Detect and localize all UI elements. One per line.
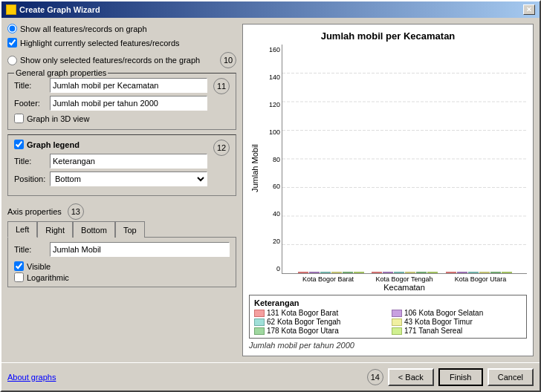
axis-title-row: Title: bbox=[14, 242, 230, 257]
chart-footer: Jumlah mobil per tahun 2000 bbox=[249, 341, 527, 350]
footer-form-label: Footer: bbox=[14, 99, 45, 108]
bar-1-3 bbox=[320, 272, 331, 273]
plot-area bbox=[282, 45, 527, 274]
legend-position-row: Position: Bottom Top Left Right bbox=[14, 172, 207, 186]
y-tick-0: 0 bbox=[261, 265, 280, 272]
legend-color-4 bbox=[392, 318, 402, 326]
show-selected-label: Show only selected features/records on t… bbox=[20, 56, 200, 65]
show-all-option[interactable]: Show all features/records on graph bbox=[7, 24, 236, 33]
bar-2-1 bbox=[372, 272, 382, 273]
title-input[interactable] bbox=[50, 78, 207, 93]
tab-right[interactable]: Right bbox=[37, 221, 73, 238]
graph3d-option[interactable]: Graph in 3D view bbox=[14, 114, 207, 123]
legend-color-5 bbox=[254, 327, 265, 335]
bar-group-3 bbox=[446, 272, 512, 273]
step-badge-12: 12 bbox=[213, 140, 230, 156]
step-badge-13: 13 bbox=[68, 203, 84, 220]
tab-bottom[interactable]: Bottom bbox=[73, 221, 115, 238]
general-group-label: General graph properties bbox=[14, 68, 108, 77]
legend-item-3: 62 Kota Bogor Tengah bbox=[254, 318, 384, 326]
bottom-left: About graphs bbox=[7, 373, 56, 382]
y-tick-40: 40 bbox=[261, 210, 280, 218]
bar-group-2 bbox=[372, 272, 438, 273]
legend-color-6 bbox=[392, 327, 402, 335]
legend-box: Keterangan 131 Kota Bogor Barat 106 Kota… bbox=[249, 295, 527, 339]
bar-2-2 bbox=[383, 272, 393, 273]
legend-color-1 bbox=[254, 310, 265, 317]
bar-2-6 bbox=[427, 272, 438, 273]
axis-form-rows: Title: Visible Logarithmic bbox=[14, 242, 230, 282]
legend-label-5: 178 Kota Bogor Utara bbox=[267, 327, 339, 335]
show-selected-option[interactable]: Show only selected features/records on t… bbox=[7, 56, 217, 65]
cancel-button[interactable]: Cancel bbox=[487, 368, 534, 386]
bar-1-6 bbox=[354, 272, 364, 273]
axis-visible-option[interactable]: Visible bbox=[14, 261, 230, 271]
highlight-option[interactable]: Highlight currently selected features/re… bbox=[7, 38, 236, 48]
y-tick-60: 60 bbox=[261, 183, 280, 190]
y-tick-100: 100 bbox=[261, 128, 280, 136]
window-icon bbox=[6, 4, 16, 15]
legend-checkbox[interactable] bbox=[14, 140, 24, 149]
step-badge-14: 14 bbox=[367, 369, 383, 385]
about-link[interactable]: About graphs bbox=[7, 373, 56, 382]
axis-title-input[interactable] bbox=[50, 242, 230, 257]
axis-log-checkbox[interactable] bbox=[14, 272, 24, 282]
legend-label-1: 131 Kota Bogor Barat bbox=[267, 309, 338, 317]
footer-input[interactable] bbox=[50, 96, 207, 111]
axis-section-label: Axis properties bbox=[7, 207, 62, 216]
y-tick-20: 20 bbox=[261, 238, 280, 245]
highlight-checkbox[interactable] bbox=[7, 38, 17, 48]
graph3d-checkbox[interactable] bbox=[14, 114, 24, 123]
bar-1-5 bbox=[343, 272, 353, 273]
main-window: Create Graph Wizard ✕ Show all features/… bbox=[0, 0, 541, 392]
y-tick-140: 140 bbox=[261, 74, 280, 81]
legend-box-title: Keterangan bbox=[254, 298, 522, 307]
back-button[interactable]: < Back bbox=[388, 368, 434, 386]
axis-log-option[interactable]: Logarithmic bbox=[14, 272, 230, 282]
chart-area: Jumlah Mobil 0 20 40 60 80 100 bbox=[249, 45, 527, 350]
legend-group-label: Graph legend bbox=[27, 140, 80, 149]
legend-title-input[interactable] bbox=[50, 154, 207, 169]
close-button[interactable]: ✕ bbox=[523, 4, 535, 15]
axis-tabs: Left Right Bottom Top bbox=[7, 221, 236, 238]
show-selected-row: Show only selected features/records on t… bbox=[7, 52, 236, 68]
tab-left[interactable]: Left bbox=[7, 221, 37, 238]
legend-position-select[interactable]: Bottom Top Left Right bbox=[50, 172, 207, 186]
chart-plot-area: 0 20 40 60 80 100 120 140 160 bbox=[282, 45, 527, 274]
bar-container bbox=[282, 45, 527, 273]
legend-check-option[interactable]: Graph legend bbox=[14, 140, 207, 149]
bar-2-5 bbox=[416, 272, 427, 273]
legend-title-label: Title: bbox=[14, 157, 45, 166]
bar-3-4 bbox=[479, 272, 490, 273]
legend-label-2: 106 Kota Bogor Selatan bbox=[404, 309, 483, 317]
button-group: 14 < Back Finish Cancel bbox=[364, 368, 534, 386]
bar-2-3 bbox=[394, 272, 404, 273]
legend-title-row: Title: bbox=[14, 154, 207, 169]
x-axis-title: Kecamatan bbox=[282, 283, 527, 292]
axis-content: Title: Visible Logarithmic bbox=[7, 237, 236, 287]
x-label-1: Kota Bogor Barat bbox=[299, 275, 358, 283]
axis-visible-checkbox[interactable] bbox=[14, 261, 24, 271]
bar-3-6 bbox=[502, 272, 512, 273]
step-badge-11: 11 bbox=[213, 78, 230, 94]
x-label-3: Kota Bogor Utara bbox=[451, 275, 511, 283]
show-all-radio[interactable] bbox=[7, 24, 17, 33]
axis-visible-label: Visible bbox=[27, 262, 51, 271]
finish-button[interactable]: Finish bbox=[438, 368, 483, 386]
legend-label-6: 171 Tanah Sereal bbox=[404, 327, 462, 335]
legend-item-4: 43 Kota Bogor Timur bbox=[392, 318, 522, 326]
legend-label-3: 62 Kota Bogor Tengah bbox=[267, 318, 340, 326]
left-panel: Show all features/records on graph Highl… bbox=[7, 24, 236, 356]
legend-item-6: 171 Tanah Sereal bbox=[392, 327, 522, 335]
axis-title-label: Title: bbox=[14, 245, 45, 254]
bottom-bar: About graphs 14 < Back Finish Cancel bbox=[1, 362, 540, 391]
chart-panel: Jumlah mobil per Kecamatan Jumlah Mobil … bbox=[242, 24, 534, 356]
tab-top[interactable]: Top bbox=[115, 221, 145, 238]
legend-grid: 131 Kota Bogor Barat 106 Kota Bogor Sela… bbox=[254, 309, 522, 335]
show-selected-radio[interactable] bbox=[7, 56, 17, 65]
y-ticks: 0 20 40 60 80 100 120 140 160 bbox=[261, 45, 280, 274]
x-labels: Kota Bogor Barat Kota Bogor Tengah Kota … bbox=[282, 274, 527, 283]
legend-color-2 bbox=[392, 310, 402, 317]
bar-1-1 bbox=[298, 272, 308, 273]
bar-group-1 bbox=[298, 272, 364, 273]
